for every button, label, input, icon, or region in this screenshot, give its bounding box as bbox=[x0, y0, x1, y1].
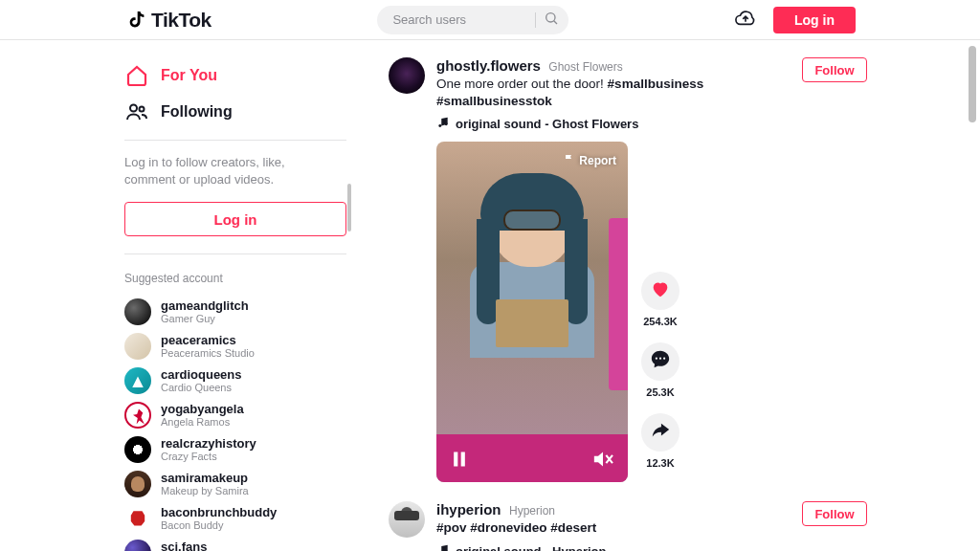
share-button[interactable] bbox=[641, 413, 679, 452]
music-note-icon bbox=[436, 543, 450, 551]
sound-name: original sound - Ghost Flowers bbox=[456, 117, 638, 131]
account-text: samiramakeupMakeup by Samira bbox=[161, 472, 249, 496]
hashtag[interactable]: #smallbusiness bbox=[608, 77, 704, 91]
report-label: Report bbox=[579, 154, 616, 167]
account-username: gameandglitch bbox=[161, 299, 249, 313]
report-button[interactable]: Report bbox=[564, 153, 616, 167]
post: ghostly.flowers Ghost Flowers One more o… bbox=[389, 57, 867, 482]
post-display-name: Ghost Flowers bbox=[548, 60, 622, 74]
account-username: sci.fans bbox=[161, 540, 225, 551]
account-display: Gamer Guy bbox=[161, 313, 249, 324]
account-username: samiramakeup bbox=[161, 472, 249, 485]
nav-following[interactable]: Following bbox=[124, 94, 346, 130]
suggested-title: Suggested account bbox=[124, 272, 346, 285]
avatar bbox=[124, 471, 151, 497]
post-caption: #pov #dronevideo #desert bbox=[436, 519, 792, 537]
hashtag[interactable]: #pov bbox=[436, 520, 467, 535]
people-icon bbox=[124, 99, 149, 124]
post-avatar[interactable] bbox=[389, 501, 425, 538]
hashtag[interactable]: #smallbusinesstok bbox=[436, 94, 552, 108]
music-note-icon bbox=[436, 116, 450, 132]
post-header: ihyperion Hyperion #pov #dronevideo #des… bbox=[436, 501, 792, 551]
heart-icon bbox=[650, 278, 671, 303]
login-button-sidebar[interactable]: Log in bbox=[124, 202, 346, 236]
video-player[interactable]: Report bbox=[436, 142, 628, 482]
action-bar: 254.3K 25.3K 12.3K bbox=[641, 142, 679, 482]
account-display: Bacon Buddy bbox=[161, 519, 277, 531]
svg-line-1 bbox=[554, 20, 557, 23]
suggested-account[interactable]: gameandglitchGamer Guy bbox=[124, 295, 346, 329]
post-avatar[interactable] bbox=[389, 57, 425, 94]
header: TikTok Log in bbox=[0, 0, 980, 40]
home-icon bbox=[124, 63, 149, 88]
mute-icon[interactable] bbox=[591, 450, 614, 469]
account-text: cardioqueensCardio Queens bbox=[161, 368, 242, 393]
post-sound[interactable]: original sound - Ghost Flowers bbox=[436, 116, 792, 132]
account-text: gameandglitchGamer Guy bbox=[161, 299, 249, 324]
header-actions: Log in bbox=[735, 7, 856, 33]
account-display: Angela Ramos bbox=[161, 416, 244, 428]
suggested-account[interactable]: peaceramicsPeaceramics Studio bbox=[124, 329, 346, 364]
search-icon bbox=[544, 11, 559, 30]
hashtag[interactable]: #dronevideo bbox=[470, 520, 546, 535]
like-count: 254.3K bbox=[641, 316, 679, 327]
follow-button[interactable]: Follow bbox=[802, 57, 867, 82]
suggested-account[interactable]: baconbrunchbuddyBacon Buddy bbox=[124, 501, 346, 536]
pause-icon[interactable] bbox=[450, 450, 469, 469]
login-button-header[interactable]: Log in bbox=[773, 7, 856, 33]
share-count: 12.3K bbox=[641, 457, 679, 469]
suggested-list: gameandglitchGamer GuypeaceramicsPeacera… bbox=[124, 295, 346, 551]
account-display: Makeup by Samira bbox=[161, 485, 249, 496]
avatar bbox=[124, 436, 151, 463]
like-button[interactable] bbox=[641, 272, 679, 310]
account-username: baconbrunchbuddy bbox=[161, 506, 277, 519]
search-divider bbox=[535, 12, 536, 28]
suggested-account[interactable]: samiramakeupMakeup by Samira bbox=[124, 467, 346, 501]
comment-count: 25.3K bbox=[641, 386, 679, 398]
account-username: cardioqueens bbox=[161, 368, 242, 382]
svg-point-2 bbox=[130, 105, 137, 112]
avatar bbox=[124, 505, 151, 532]
suggested-account[interactable]: yogabyangelaAngela Ramos bbox=[124, 398, 346, 432]
post-username[interactable]: ihyperion bbox=[436, 501, 501, 518]
hashtag[interactable]: #desert bbox=[550, 520, 596, 535]
post-sound[interactable]: original sound - Hyperion bbox=[436, 543, 792, 551]
post-username[interactable]: ghostly.flowers bbox=[436, 57, 541, 74]
suggested-account[interactable]: cardioqueensCardio Queens bbox=[124, 364, 346, 398]
account-display: Cardio Queens bbox=[161, 382, 242, 393]
avatar bbox=[124, 402, 151, 429]
follow-button[interactable]: Follow bbox=[802, 501, 867, 526]
upload-icon[interactable] bbox=[735, 8, 756, 33]
suggested-account[interactable]: realcrazyhistoryCrazy Facts bbox=[124, 432, 346, 467]
search-button[interactable] bbox=[542, 11, 561, 30]
tiktok-logo-icon bbox=[124, 9, 147, 32]
flag-icon bbox=[564, 153, 575, 167]
sound-name: original sound - Hyperion bbox=[456, 544, 606, 551]
post-caption: One more order out the door! #smallbusin… bbox=[436, 76, 792, 110]
nav-for-you[interactable]: For You bbox=[124, 57, 346, 94]
feed: ghostly.flowers Ghost Flowers One more o… bbox=[354, 40, 980, 551]
nav-for-you-label: For You bbox=[161, 67, 217, 84]
account-username: yogabyangela bbox=[161, 403, 244, 416]
svg-point-8 bbox=[656, 358, 657, 360]
avatar bbox=[124, 298, 151, 325]
avatar bbox=[124, 367, 151, 394]
sidebar-scrollbar[interactable] bbox=[347, 184, 351, 231]
search-input[interactable] bbox=[377, 6, 568, 34]
divider bbox=[124, 253, 346, 254]
divider bbox=[124, 140, 346, 141]
svg-point-9 bbox=[659, 358, 661, 360]
logo[interactable]: TikTok bbox=[124, 9, 212, 32]
search-container bbox=[377, 6, 568, 34]
page-scrollbar[interactable] bbox=[969, 46, 976, 122]
account-text: baconbrunchbuddyBacon Buddy bbox=[161, 506, 277, 531]
post-display-name: Hyperion bbox=[509, 504, 555, 518]
share-icon bbox=[650, 420, 671, 445]
suggested-account[interactable]: sci.fansScience Fans bbox=[124, 536, 346, 551]
comment-button[interactable] bbox=[641, 342, 679, 381]
account-display: Crazy Facts bbox=[161, 451, 256, 462]
account-text: realcrazyhistoryCrazy Facts bbox=[161, 437, 256, 462]
avatar bbox=[124, 333, 151, 360]
account-text: peaceramicsPeaceramics Studio bbox=[161, 334, 255, 359]
svg-point-4 bbox=[438, 124, 441, 127]
